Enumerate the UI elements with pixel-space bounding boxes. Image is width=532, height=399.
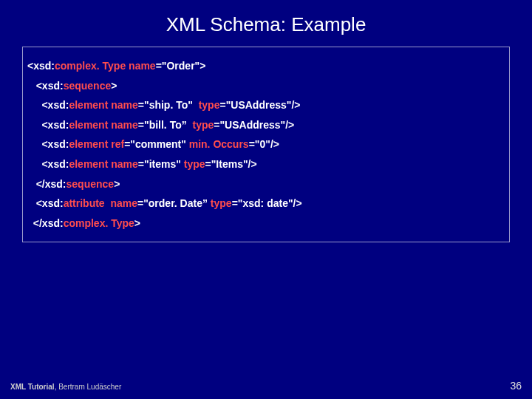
code-line-1: <xsd:complex. Type name="Order"> xyxy=(27,56,502,76)
code-line-7: </xsd:sequence> xyxy=(27,174,502,194)
code-line-4: <xsd:element name="bill. To” type="USAdd… xyxy=(27,115,502,135)
code-line-2: <xsd:sequence> xyxy=(27,76,502,96)
code-line-3: <xsd:element name="ship. To" type="USAdd… xyxy=(27,95,502,115)
slide-title: XML Schema: Example xyxy=(0,0,532,47)
code-line-5: <xsd:element ref="comment" min. Occurs="… xyxy=(27,134,502,154)
footer: XML Tutorial, Bertram Ludäscher 36 xyxy=(10,380,522,392)
code-line-6: <xsd:element name="items" type="Items"/> xyxy=(27,154,502,174)
footer-credit: XML Tutorial, Bertram Ludäscher xyxy=(10,383,121,391)
code-box: <xsd:complex. Type name="Order"> <xsd:se… xyxy=(22,47,510,242)
code-line-8: <xsd:attribute name="order. Date” type="… xyxy=(27,194,502,214)
page-number: 36 xyxy=(510,380,522,392)
code-line-9: </xsd:complex. Type> xyxy=(27,214,502,233)
